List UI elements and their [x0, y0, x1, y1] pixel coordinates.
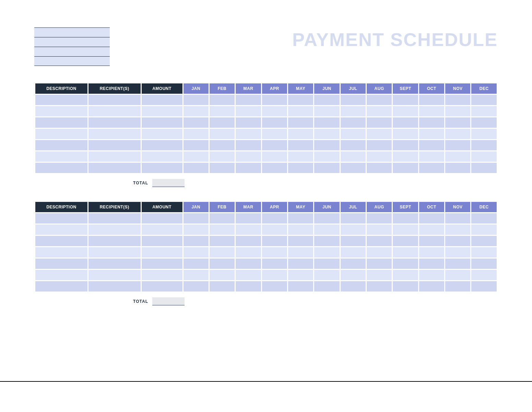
cell-month[interactable]	[445, 259, 470, 269]
cell-month[interactable]	[471, 140, 497, 150]
cell-month[interactable]	[184, 270, 209, 280]
cell-month[interactable]	[419, 117, 444, 128]
cell-month[interactable]	[236, 236, 261, 246]
cell-month[interactable]	[236, 129, 261, 139]
cell-month[interactable]	[236, 213, 261, 224]
cell-month[interactable]	[341, 270, 366, 280]
cell-month[interactable]	[445, 163, 470, 173]
cell-month[interactable]	[445, 236, 470, 246]
cell-month[interactable]	[184, 140, 209, 150]
cell-month[interactable]	[367, 117, 392, 128]
cell-recipients[interactable]	[88, 129, 141, 139]
cell-month[interactable]	[288, 270, 313, 280]
total-value[interactable]	[152, 297, 185, 306]
cell-description[interactable]	[35, 106, 87, 116]
cell-amount[interactable]	[142, 270, 182, 280]
cell-amount[interactable]	[142, 129, 182, 139]
cell-recipients[interactable]	[88, 106, 141, 116]
cell-month[interactable]	[184, 151, 209, 162]
cell-month[interactable]	[367, 106, 392, 116]
cell-description[interactable]	[35, 129, 87, 139]
cell-month[interactable]	[419, 236, 444, 246]
cell-month[interactable]	[445, 225, 470, 235]
cell-description[interactable]	[35, 95, 87, 105]
cell-month[interactable]	[236, 225, 261, 235]
cell-month[interactable]	[236, 259, 261, 269]
cell-month[interactable]	[314, 281, 339, 291]
cell-month[interactable]	[210, 140, 235, 150]
cell-month[interactable]	[367, 270, 392, 280]
cell-month[interactable]	[288, 140, 313, 150]
cell-month[interactable]	[393, 117, 418, 128]
cell-month[interactable]	[341, 151, 366, 162]
cell-month[interactable]	[341, 129, 366, 139]
cell-month[interactable]	[184, 236, 209, 246]
info-line[interactable]	[34, 37, 110, 47]
cell-month[interactable]	[288, 151, 313, 162]
cell-month[interactable]	[262, 247, 287, 258]
cell-month[interactable]	[288, 281, 313, 291]
cell-description[interactable]	[35, 247, 87, 258]
cell-month[interactable]	[184, 213, 209, 224]
cell-month[interactable]	[210, 236, 235, 246]
cell-description[interactable]	[35, 140, 87, 150]
cell-month[interactable]	[236, 151, 261, 162]
cell-month[interactable]	[393, 140, 418, 150]
cell-amount[interactable]	[142, 281, 182, 291]
cell-month[interactable]	[262, 95, 287, 105]
cell-month[interactable]	[393, 129, 418, 139]
cell-month[interactable]	[471, 225, 497, 235]
cell-month[interactable]	[341, 281, 366, 291]
info-line[interactable]	[34, 47, 110, 56]
cell-month[interactable]	[419, 225, 444, 235]
cell-description[interactable]	[35, 213, 87, 224]
cell-month[interactable]	[419, 259, 444, 269]
cell-amount[interactable]	[142, 163, 182, 173]
cell-month[interactable]	[471, 117, 497, 128]
cell-month[interactable]	[262, 129, 287, 139]
cell-month[interactable]	[471, 106, 497, 116]
cell-month[interactable]	[236, 95, 261, 105]
cell-month[interactable]	[341, 236, 366, 246]
cell-month[interactable]	[471, 247, 497, 258]
cell-month[interactable]	[445, 117, 470, 128]
cell-month[interactable]	[367, 225, 392, 235]
cell-month[interactable]	[314, 140, 339, 150]
cell-month[interactable]	[210, 95, 235, 105]
cell-recipients[interactable]	[88, 140, 141, 150]
cell-month[interactable]	[184, 163, 209, 173]
cell-month[interactable]	[445, 140, 470, 150]
cell-month[interactable]	[314, 106, 339, 116]
cell-month[interactable]	[236, 117, 261, 128]
cell-month[interactable]	[262, 281, 287, 291]
cell-description[interactable]	[35, 117, 87, 128]
cell-month[interactable]	[367, 213, 392, 224]
cell-month[interactable]	[288, 129, 313, 139]
cell-month[interactable]	[445, 281, 470, 291]
cell-month[interactable]	[314, 163, 339, 173]
cell-description[interactable]	[35, 151, 87, 162]
cell-recipients[interactable]	[88, 151, 141, 162]
cell-month[interactable]	[419, 140, 444, 150]
cell-month[interactable]	[341, 247, 366, 258]
cell-month[interactable]	[445, 247, 470, 258]
cell-amount[interactable]	[142, 259, 182, 269]
cell-month[interactable]	[367, 95, 392, 105]
cell-month[interactable]	[210, 225, 235, 235]
cell-month[interactable]	[419, 247, 444, 258]
cell-amount[interactable]	[142, 247, 182, 258]
cell-month[interactable]	[393, 225, 418, 235]
cell-recipients[interactable]	[88, 117, 141, 128]
info-line[interactable]	[34, 27, 110, 37]
cell-month[interactable]	[393, 95, 418, 105]
cell-month[interactable]	[471, 151, 497, 162]
cell-month[interactable]	[184, 225, 209, 235]
cell-month[interactable]	[314, 270, 339, 280]
cell-month[interactable]	[393, 163, 418, 173]
cell-month[interactable]	[471, 270, 497, 280]
cell-month[interactable]	[314, 213, 339, 224]
cell-month[interactable]	[341, 117, 366, 128]
cell-month[interactable]	[341, 95, 366, 105]
cell-month[interactable]	[341, 163, 366, 173]
cell-month[interactable]	[314, 247, 339, 258]
